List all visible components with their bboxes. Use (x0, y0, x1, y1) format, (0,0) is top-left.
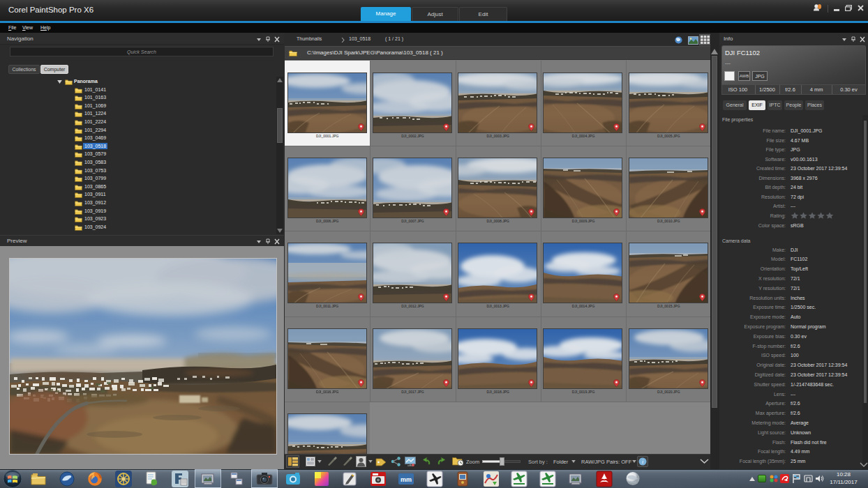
svg-text:mm: mm (401, 476, 412, 483)
svg-text:i: i (642, 459, 643, 465)
